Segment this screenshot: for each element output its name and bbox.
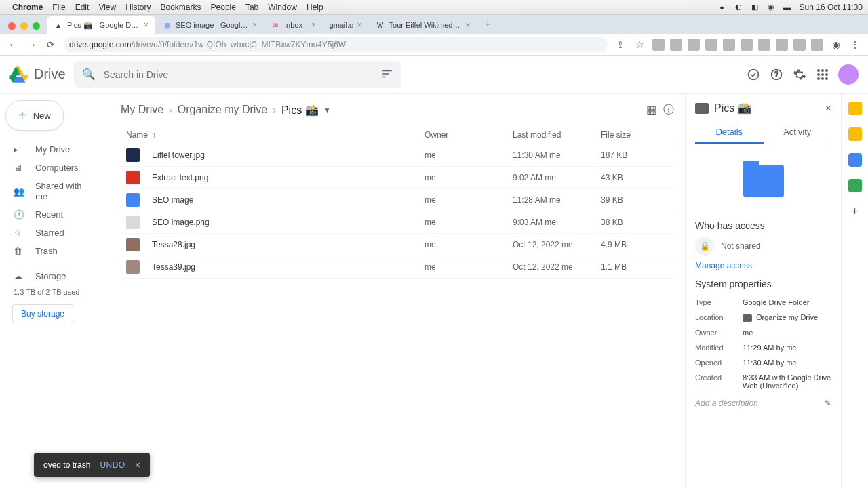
manage-access-link[interactable]: Manage access [695,261,831,270]
sidebar-item-mydrive[interactable]: ▸ My Drive [5,140,104,159]
file-row[interactable]: SEO image.pngme9:03 AM me38 KB [121,211,674,234]
menu-people[interactable]: People [211,3,236,12]
description-field[interactable]: Add a description [695,399,821,408]
extension-icon[interactable] [652,39,665,51]
folder-big-icon [743,165,784,197]
maximize-window-icon[interactable] [33,22,40,30]
file-row[interactable]: Tessa28.jpgmeOct 12, 2022 me4.9 MB [121,234,674,256]
share-icon[interactable]: ⇪ [614,39,627,51]
back-button[interactable]: ← [7,39,19,51]
menu-file[interactable]: File [52,3,65,12]
extension-icon[interactable] [705,39,717,51]
menu-history[interactable]: History [125,3,151,12]
window-controls[interactable] [8,22,40,30]
extension-icon[interactable] [670,39,682,51]
menu-help[interactable]: Help [307,3,323,12]
sidebar-item-shared[interactable]: 👥 Shared with me [5,177,104,205]
status-icon[interactable]: ◧ [749,2,760,13]
extension-icon[interactable] [793,39,806,51]
new-tab-button[interactable]: + [480,16,496,33]
file-row[interactable]: Extract text.pngme9:02 AM me43 KB [121,167,674,189]
reload-button[interactable]: ⟳ [45,39,57,51]
browser-tab[interactable]: ▲ Pics 📸 - Google Drive × [47,16,155,34]
sidebar-item-computers[interactable]: 🖥 Computers [5,159,104,177]
grid-view-icon[interactable]: ▦ [646,103,656,117]
column-header-name[interactable]: Name ↑ [126,130,425,140]
extension-icon[interactable] [776,39,788,51]
column-header-owner[interactable]: Owner [425,130,513,140]
prop-value[interactable]: Organize my Drive [743,313,831,322]
file-row[interactable]: Eiffel tower.jpgme11:30 AM me187 KB [121,144,674,167]
close-tab-icon[interactable]: × [144,20,149,30]
bookmark-icon[interactable]: ☆ [633,39,646,51]
contacts-icon[interactable] [848,179,862,192]
breadcrumb-current[interactable]: Pics 📸 ▼ [281,104,331,117]
new-button[interactable]: + New [5,100,64,131]
close-tab-icon[interactable]: × [252,20,257,30]
browser-menu-icon[interactable]: ⋮ [849,39,861,51]
menu-app[interactable]: Chrome [12,3,43,12]
forward-button[interactable]: → [26,39,38,51]
sidebar-item-trash[interactable]: 🗑 Trash [5,242,104,260]
buy-storage-button[interactable]: Buy storage [12,304,73,323]
drive-logo[interactable]: Drive [9,65,66,84]
status-icon[interactable]: ◐ [733,2,744,13]
column-header-size[interactable]: File size [601,130,669,140]
menu-window[interactable]: Window [268,3,297,12]
column-header-modified[interactable]: Last modified [513,130,601,140]
file-row[interactable]: SEO imageme11:28 AM me39 KB [121,189,674,211]
close-tab-icon[interactable]: × [357,20,362,30]
add-panel-icon[interactable]: + [851,205,859,219]
sidebar-item-storage[interactable]: ☁ Storage [5,267,104,285]
help-icon[interactable]: ? [769,67,784,82]
sidebar-item-recent[interactable]: 🕐 Recent [5,205,104,224]
close-toast-icon[interactable]: × [135,460,140,470]
minimize-window-icon[interactable] [20,22,28,30]
menu-clock[interactable]: Sun 16 Oct 11:30 [800,3,863,12]
breadcrumb-item[interactable]: Organize my Drive [178,104,267,116]
edit-icon[interactable]: ✎ [825,399,831,408]
tasks-icon[interactable] [848,153,862,167]
drive-favicon-icon: ▲ [54,20,63,30]
apps-icon[interactable] [815,67,830,82]
close-tab-icon[interactable]: × [466,20,471,30]
browser-tab[interactable]: gmail.c × [323,16,369,34]
browser-tab[interactable]: W Tour Eiffel Wikimedia Commo × [369,16,477,34]
close-details-icon[interactable]: × [825,102,831,115]
tab-details[interactable]: Details [695,121,764,144]
extensions-menu-icon[interactable] [811,39,823,51]
search-icon[interactable]: 🔍 [82,68,96,81]
extension-icon[interactable] [758,39,770,51]
close-tab-icon[interactable]: × [311,20,316,30]
extension-icon[interactable] [723,39,735,51]
search-input[interactable] [74,61,402,88]
url-field[interactable]: drive.google.com/drive/u/0/folders/1w-QI… [64,37,608,52]
wifi-icon[interactable]: ◉ [766,2,776,13]
calendar-icon[interactable] [848,102,862,115]
profile-icon[interactable]: ◉ [830,39,842,51]
tab-activity[interactable]: Activity [764,121,832,144]
status-icon[interactable]: ● [717,2,728,13]
ready-offline-icon[interactable] [746,67,761,82]
sidebar-item-starred[interactable]: ☆ Starred [5,224,104,242]
file-row[interactable]: Tessa39.jpgmeOct 12, 2022 me1.1 MB [121,256,674,279]
account-avatar[interactable] [838,64,859,85]
breadcrumb-item[interactable]: My Drive [121,104,163,116]
menu-bookmarks[interactable]: Bookmarks [161,3,201,12]
settings-icon[interactable] [792,67,807,82]
browser-tab[interactable]: ▤ SEO image - Google Docs × [155,16,264,34]
browser-tab[interactable]: ✉ Inbox - × [264,16,323,34]
menu-tab[interactable]: Tab [245,3,258,12]
info-icon[interactable]: ⓘ [663,103,674,117]
extension-icon[interactable] [741,39,753,51]
lock-icon: 🔒 [695,237,714,256]
undo-button[interactable]: UNDO [100,460,125,470]
close-window-icon[interactable] [8,22,16,30]
menu-edit[interactable]: Edit [75,3,90,12]
extension-icon[interactable] [688,39,700,51]
battery-icon[interactable]: ▬ [782,2,793,13]
not-shared-label: Not shared [721,241,761,251]
keep-icon[interactable] [848,127,862,141]
search-options-icon[interactable] [381,68,393,80]
menu-view[interactable]: View [98,3,116,12]
